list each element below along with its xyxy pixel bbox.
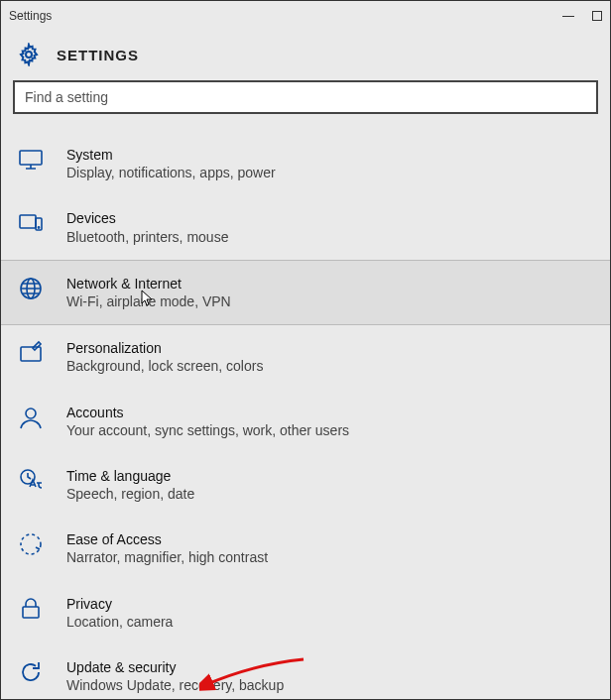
personalization-icon bbox=[17, 339, 45, 367]
cat-title: Devices bbox=[66, 209, 228, 227]
category-ease-of-access[interactable]: Ease of Access Narrator, magnifier, high… bbox=[1, 517, 610, 580]
cat-desc: Location, camera bbox=[66, 613, 173, 631]
cat-desc: Bluetooth, printers, mouse bbox=[66, 228, 228, 246]
page-title: SETTINGS bbox=[57, 47, 139, 63]
category-update-security[interactable]: Update & security Windows Update, recove… bbox=[1, 644, 610, 700]
accounts-icon bbox=[17, 404, 45, 431]
cat-title: Time & language bbox=[66, 467, 194, 485]
cat-desc: Wi-Fi, airplane mode, VPN bbox=[66, 292, 231, 310]
privacy-icon bbox=[17, 595, 45, 623]
svg-rect-7 bbox=[21, 347, 41, 361]
network-icon bbox=[17, 275, 45, 302]
maximize-icon[interactable] bbox=[592, 11, 602, 21]
category-network[interactable]: Network & Internet Wi-Fi, airplane mode,… bbox=[1, 260, 610, 325]
header: SETTINGS bbox=[1, 31, 610, 80]
svg-rect-1 bbox=[20, 151, 42, 165]
cat-text: Accounts Your account, sync settings, wo… bbox=[66, 404, 349, 439]
gear-icon bbox=[15, 41, 43, 68]
cat-title: Network & Internet bbox=[66, 275, 231, 292]
svg-point-0 bbox=[26, 52, 32, 58]
window-controls bbox=[562, 11, 602, 21]
cat-text: Devices Bluetooth, printers, mouse bbox=[66, 209, 228, 245]
cat-text: System Display, notifications, apps, pow… bbox=[66, 146, 276, 181]
category-system[interactable]: System Display, notifications, apps, pow… bbox=[1, 132, 610, 195]
ease-of-access-icon bbox=[17, 530, 45, 558]
cat-title: Ease of Access bbox=[66, 530, 268, 548]
cat-desc: Display, notifications, apps, power bbox=[66, 164, 276, 181]
category-accounts[interactable]: Accounts Your account, sync settings, wo… bbox=[1, 390, 610, 453]
cat-desc: Narrator, magnifier, high contrast bbox=[66, 548, 268, 566]
cat-text: Personalization Background, lock screen,… bbox=[66, 339, 263, 375]
cat-title: Accounts bbox=[66, 404, 349, 421]
category-list: System Display, notifications, apps, pow… bbox=[1, 132, 610, 700]
cat-desc: Your account, sync settings, work, other… bbox=[66, 421, 349, 439]
update-security-icon bbox=[17, 658, 45, 686]
search-input[interactable]: Find a setting bbox=[13, 80, 598, 114]
category-devices[interactable]: Devices Bluetooth, printers, mouse bbox=[1, 195, 610, 259]
minimize-icon[interactable] bbox=[562, 16, 574, 17]
cat-title: System bbox=[66, 146, 276, 164]
cat-text: Privacy Location, camera bbox=[66, 595, 173, 631]
svg-point-10 bbox=[21, 534, 41, 554]
cat-title: Privacy bbox=[66, 595, 173, 613]
system-icon bbox=[17, 146, 45, 174]
cat-text: Update & security Windows Update, recove… bbox=[66, 658, 284, 694]
cat-desc: Windows Update, recovery, backup bbox=[66, 676, 284, 694]
svg-rect-2 bbox=[20, 215, 36, 228]
svg-rect-11 bbox=[23, 607, 39, 618]
window-title: Settings bbox=[9, 9, 52, 23]
cat-text: Network & Internet Wi-Fi, airplane mode,… bbox=[66, 275, 231, 310]
cat-desc: Background, lock screen, colors bbox=[66, 357, 263, 375]
svg-point-8 bbox=[26, 408, 36, 418]
cat-text: Ease of Access Narrator, magnifier, high… bbox=[66, 530, 268, 566]
cat-title: Update & security bbox=[66, 658, 284, 676]
devices-icon bbox=[17, 209, 45, 237]
svg-point-4 bbox=[38, 227, 39, 228]
cat-title: Personalization bbox=[66, 339, 263, 357]
time-language-icon bbox=[17, 467, 45, 495]
category-personalization[interactable]: Personalization Background, lock screen,… bbox=[1, 325, 610, 389]
cat-text: Time & language Speech, region, date bbox=[66, 467, 194, 503]
cat-desc: Speech, region, date bbox=[66, 485, 194, 503]
category-privacy[interactable]: Privacy Location, camera bbox=[1, 581, 610, 644]
titlebar: Settings bbox=[1, 1, 610, 31]
category-time-language[interactable]: Time & language Speech, region, date bbox=[1, 453, 610, 517]
